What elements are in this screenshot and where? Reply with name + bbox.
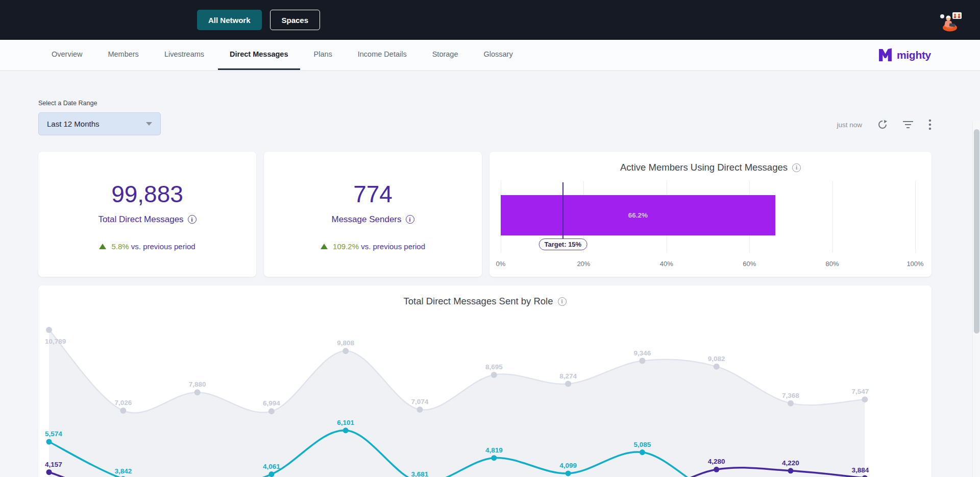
gridline — [832, 181, 833, 253]
up-arrow-icon — [321, 244, 328, 249]
info-icon[interactable]: i — [792, 163, 801, 172]
data-label: 4,220 — [782, 459, 799, 467]
total-dm-label: Total Direct Messages — [98, 214, 183, 225]
data-label: 9,808 — [337, 339, 354, 347]
gauge-bar[interactable]: 66.2% — [501, 195, 775, 235]
message-senders-change: 109.2% vs. previous period — [264, 242, 482, 251]
data-label: 9,082 — [708, 355, 725, 363]
data-point[interactable] — [565, 381, 571, 387]
data-label: 4,061 — [263, 463, 280, 470]
data-point[interactable] — [640, 449, 645, 455]
data-label: 4,280 — [708, 458, 725, 465]
tab-direct-messages[interactable]: Direct Messages — [218, 40, 300, 70]
kebab-menu-icon — [928, 119, 932, 130]
date-range-select[interactable]: Last 12 Months — [38, 112, 161, 135]
info-icon[interactable]: i — [558, 297, 567, 306]
gauge-value-label: 66.2% — [628, 211, 648, 219]
data-point[interactable] — [714, 467, 719, 472]
axis-tick-label: 80% — [826, 260, 839, 268]
gauge-plot-area: 66.2% Target: 15% — [501, 181, 915, 253]
vertical-scrollbar[interactable] — [972, 121, 980, 477]
total-dm-value: 99,883 — [38, 181, 256, 207]
tab-income-details[interactable]: Income Details — [346, 40, 419, 70]
axis-tick-label: 60% — [743, 260, 756, 268]
data-point[interactable] — [268, 471, 274, 477]
area-fill — [49, 330, 865, 477]
gridline — [915, 181, 916, 253]
data-point[interactable] — [639, 358, 645, 364]
data-label: 7,074 — [411, 398, 429, 406]
up-arrow-icon — [99, 244, 106, 249]
data-point[interactable] — [417, 407, 423, 413]
data-point[interactable] — [788, 468, 794, 473]
active-members-gauge-card: Active Members Using Direct Messages i 6… — [489, 152, 932, 277]
info-icon[interactable]: i — [188, 215, 197, 224]
refresh-icon — [877, 120, 888, 130]
data-label: 3,884 — [852, 466, 869, 474]
date-range-label: Select a Date Range — [38, 100, 932, 107]
data-point[interactable] — [194, 389, 201, 395]
data-label: 10,789 — [45, 338, 66, 345]
info-icon[interactable]: i — [406, 215, 414, 224]
tab-storage[interactable]: Storage — [421, 40, 470, 70]
target-line — [562, 182, 564, 240]
data-point[interactable] — [46, 439, 52, 444]
data-label: 6,101 — [337, 419, 354, 426]
tab-plans[interactable]: Plans — [302, 40, 344, 70]
data-label: 8,274 — [559, 372, 577, 380]
data-label: 9,346 — [634, 349, 651, 357]
data-point[interactable] — [342, 348, 349, 354]
total-dm-change: 5.8% vs. previous period — [38, 242, 256, 251]
data-label: 7,880 — [189, 380, 206, 388]
date-range-value: Last 12 Months — [47, 120, 100, 128]
spaces-button[interactable]: Spaces — [270, 10, 321, 30]
data-point[interactable] — [714, 364, 720, 370]
dm-by-role-chart-card: Total Direct Messages Sent by Role i 10,… — [38, 285, 932, 477]
data-label: 8,695 — [485, 363, 503, 371]
chevron-down-icon — [146, 122, 152, 126]
refresh-button[interactable] — [877, 120, 888, 130]
last-refreshed-text: just now — [837, 121, 862, 129]
data-label: 7,026 — [114, 399, 132, 407]
mighty-logo-text: mighty — [897, 49, 931, 61]
tab-livestreams[interactable]: Livestreams — [153, 40, 216, 70]
message-senders-card: 774 Message Senders i 109.2% vs. previou… — [264, 152, 482, 277]
axis-tick-label: 0% — [496, 260, 506, 268]
gauge-title: Active Members Using Direct Messages — [620, 162, 788, 173]
message-senders-value: 774 — [264, 181, 482, 207]
data-label: 6,994 — [263, 399, 280, 407]
section-tabs-bar: OverviewMembersLivestreamsDirect Message… — [0, 40, 980, 70]
data-label: 4,157 — [45, 461, 62, 468]
filter-button[interactable] — [903, 121, 913, 129]
data-point[interactable] — [46, 327, 52, 333]
data-point[interactable] — [343, 427, 349, 433]
data-label: 4,819 — [485, 446, 503, 454]
axis-tick-label: 40% — [660, 260, 673, 268]
data-point[interactable] — [566, 470, 571, 476]
target-pill: Target: 15% — [538, 238, 587, 250]
data-point[interactable] — [491, 455, 497, 461]
axis-tick-label: 100% — [906, 260, 923, 268]
data-point[interactable] — [46, 469, 52, 475]
scrollbar-thumb[interactable] — [974, 129, 979, 333]
data-label: 5,574 — [45, 430, 62, 438]
data-point[interactable] — [862, 396, 868, 402]
line-chart-title: Total Direct Messages Sent by Role — [403, 296, 553, 307]
gauge-axis: 0%20%40%60%80%100% — [501, 260, 915, 269]
data-point[interactable] — [788, 400, 794, 407]
data-point[interactable] — [268, 408, 275, 414]
people-video-chat-illustration — [939, 11, 963, 34]
message-senders-label: Message Senders — [331, 214, 401, 225]
tab-members[interactable]: Members — [96, 40, 150, 70]
tab-glossary[interactable]: Glossary — [472, 40, 524, 70]
filter-icon — [903, 121, 913, 129]
tab-overview[interactable]: Overview — [40, 40, 94, 70]
role-line-chart[interactable]: 10,7897,0267,8806,9949,8087,0748,6958,27… — [38, 311, 932, 477]
data-point[interactable] — [491, 372, 497, 378]
more-options-button[interactable] — [928, 119, 932, 130]
data-label: 3,842 — [114, 467, 132, 475]
data-point[interactable] — [120, 408, 126, 414]
all-network-button[interactable]: All Network — [197, 10, 262, 30]
data-label: 7,547 — [852, 388, 869, 395]
mighty-logo-icon — [878, 48, 892, 62]
